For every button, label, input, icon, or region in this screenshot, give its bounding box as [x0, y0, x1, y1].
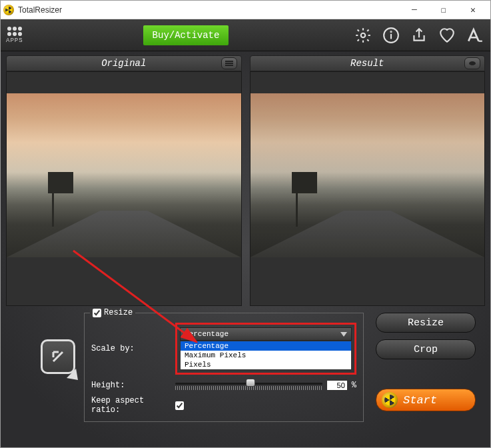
share-icon[interactable] [409, 25, 429, 45]
heart-icon[interactable] [437, 25, 457, 45]
resize-panel: Resize Scale by: Percentage Percentage M… [84, 313, 364, 422]
keep-ratio-checkbox[interactable] [175, 401, 184, 410]
scale-by-dropdown[interactable]: Percentage [180, 327, 352, 341]
main-toolbar: APPS Buy/Activate [1, 19, 490, 51]
dropdown-option-pixels[interactable]: Pixels [181, 360, 351, 369]
svg-point-0 [361, 33, 366, 37]
result-image-area[interactable] [250, 71, 486, 306]
font-icon[interactable] [465, 25, 485, 45]
content-area: Original Result [1, 51, 490, 447]
minimize-button[interactable]: — [400, 1, 429, 19]
resize-enable-checkbox[interactable] [93, 309, 101, 317]
scale-by-label: Scale by: [91, 344, 171, 353]
resize-title: Resize [104, 308, 133, 317]
apps-label: APPS [6, 37, 23, 44]
start-button[interactable]: Start [376, 389, 476, 411]
dropdown-option-maximum-pixels[interactable]: Maximum Pixels [181, 351, 351, 360]
titlebar: TotalResizer — ☐ ✕ [1, 1, 490, 19]
original-header: Original [6, 55, 242, 71]
height-slider[interactable] [175, 380, 322, 391]
scale-by-dropdown-list: Percentage Maximum Pixels Pixels [180, 341, 352, 370]
resize-panel-header: Resize [90, 308, 135, 317]
svg-point-3 [390, 31, 391, 32]
window-title: TotalResizer [18, 5, 62, 15]
apps-button[interactable]: APPS [6, 27, 23, 44]
height-label: Height: [91, 381, 171, 390]
preview-row: Original Result [6, 55, 485, 306]
list-view-icon[interactable] [221, 57, 237, 69]
close-button[interactable]: ✕ [458, 1, 488, 19]
original-label: Original [101, 58, 146, 69]
result-label: Result [350, 58, 384, 69]
dropdown-option-percentage[interactable]: Percentage [181, 341, 351, 351]
app-icon [3, 5, 14, 15]
controls-row: Resize Scale by: Percentage Percentage M… [6, 313, 485, 422]
app-window: TotalResizer — ☐ ✕ APPS Buy/Activate [0, 0, 491, 448]
resize-button[interactable]: Resize [376, 313, 476, 333]
start-label: Start [403, 394, 437, 407]
height-unit: % [352, 381, 356, 390]
height-slider-thumb[interactable] [246, 379, 255, 387]
eye-view-icon[interactable] [464, 57, 480, 69]
result-header: Result [250, 55, 486, 71]
info-icon[interactable] [381, 25, 401, 45]
original-image-area[interactable] [6, 71, 242, 306]
scale-by-dropdown-highlight: Percentage Percentage Maximum Pixels Pix… [175, 323, 356, 375]
maximize-button[interactable]: ☐ [429, 1, 458, 19]
height-value-input[interactable] [326, 380, 348, 391]
settings-icon[interactable] [353, 25, 373, 45]
result-preview: Result [250, 55, 486, 306]
action-buttons: Resize Crop Start [376, 313, 480, 411]
buy-activate-button[interactable]: Buy/Activate [143, 25, 229, 45]
popup-expand-button[interactable] [41, 339, 75, 374]
crop-button[interactable]: Crop [376, 339, 476, 359]
original-preview: Original [6, 55, 242, 306]
start-button-icon [382, 392, 398, 408]
keep-ratio-label: Keep aspect ratio: [91, 396, 171, 415]
